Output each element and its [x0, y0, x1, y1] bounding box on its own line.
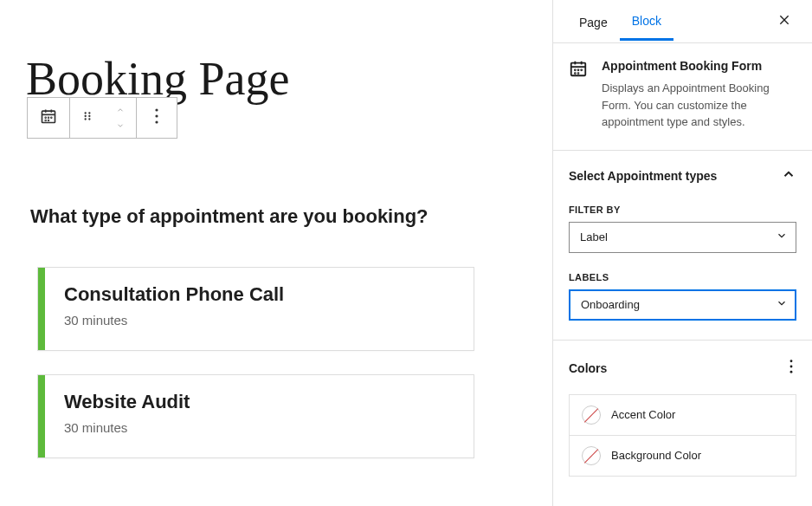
- tab-block[interactable]: Block: [620, 2, 673, 41]
- empty-swatch-icon: [582, 446, 601, 465]
- appointment-duration: 30 minutes: [64, 420, 190, 435]
- svg-point-30: [790, 365, 793, 367]
- chevron-down-icon: [113, 118, 127, 133]
- booking-block[interactable]: What type of appointment are you booking…: [30, 205, 535, 458]
- block-description: Displays an Appointment Booking Form. Yo…: [602, 80, 796, 131]
- booking-question: What type of appointment are you booking…: [30, 205, 535, 228]
- appointment-card-body: Website Audit 30 minutes: [45, 375, 209, 457]
- section-title: Select Appointment types: [569, 169, 717, 183]
- drag-icon: [81, 110, 93, 126]
- svg-point-27: [575, 73, 576, 74]
- svg-point-10: [88, 112, 90, 114]
- svg-point-25: [578, 69, 579, 70]
- filter-by-label: FILTER BY: [569, 204, 796, 215]
- filter-by-select[interactable]: Label: [569, 222, 796, 253]
- block-info-section: Appointment Booking Form Displays an App…: [553, 43, 812, 151]
- svg-point-15: [155, 108, 158, 111]
- empty-swatch-icon: [582, 405, 601, 425]
- appointment-types-section: Select Appointment types FILTER BY Label…: [553, 151, 812, 341]
- move-up-down[interactable]: [105, 98, 136, 138]
- color-label: Accent Color: [611, 408, 675, 421]
- tab-page[interactable]: Page: [567, 3, 620, 40]
- colors-header: Colors: [569, 356, 796, 380]
- sidebar-tabs: Page Block: [553, 0, 812, 43]
- section-title: Colors: [569, 361, 607, 375]
- appointment-title: Website Audit: [64, 391, 190, 413]
- calendar-icon: [40, 107, 57, 128]
- svg-point-5: [48, 117, 49, 118]
- block-toolbar: [27, 97, 177, 139]
- svg-point-26: [581, 69, 582, 70]
- colors-section: Colors Accent Color Background Color: [553, 341, 812, 496]
- editor-canvas: Booking Page What ty: [0, 0, 552, 506]
- appointment-card[interactable]: Website Audit 30 minutes: [37, 374, 474, 458]
- svg-point-16: [155, 114, 158, 117]
- accent-bar: [38, 375, 45, 457]
- color-label: Background Color: [611, 449, 701, 462]
- svg-point-6: [51, 117, 52, 118]
- svg-point-28: [578, 73, 579, 74]
- svg-point-7: [45, 120, 46, 121]
- appointment-card-body: Consultation Phone Call 30 minutes: [45, 268, 303, 350]
- colors-list: Accent Color Background Color: [569, 394, 796, 477]
- more-options-button[interactable]: [137, 98, 177, 138]
- labels-value: Onboarding: [581, 298, 640, 311]
- svg-point-31: [790, 370, 793, 373]
- block-title: Appointment Booking Form: [602, 59, 796, 73]
- background-color-row[interactable]: Background Color: [570, 435, 796, 476]
- appointment-title: Consultation Phone Call: [64, 283, 284, 306]
- labels-label: LABELS: [569, 272, 796, 282]
- labels-select[interactable]: Onboarding: [569, 289, 796, 321]
- kebab-icon: [789, 361, 793, 376]
- settings-sidebar: Page Block Appointment Booking Form Disp…: [552, 0, 812, 506]
- chevron-up-icon: [781, 166, 796, 185]
- svg-point-8: [48, 120, 49, 121]
- appointment-card[interactable]: Consultation Phone Call 30 minutes: [37, 267, 474, 351]
- accent-bar: [38, 268, 45, 350]
- accent-color-row[interactable]: Accent Color: [570, 395, 796, 435]
- svg-point-12: [88, 115, 90, 117]
- svg-point-14: [88, 118, 90, 120]
- chevron-up-icon: [113, 102, 127, 118]
- svg-point-17: [155, 120, 158, 123]
- close-icon: [777, 15, 791, 29]
- drag-handle[interactable]: [70, 98, 105, 138]
- svg-point-29: [790, 360, 793, 362]
- svg-point-13: [85, 118, 87, 120]
- svg-point-24: [575, 69, 576, 70]
- block-type-button[interactable]: [28, 98, 69, 138]
- filter-by-value: Label: [580, 230, 608, 243]
- close-sidebar-button[interactable]: [770, 6, 798, 37]
- svg-point-9: [85, 112, 87, 114]
- kebab-icon: [155, 108, 158, 127]
- calendar-icon: [569, 59, 590, 131]
- svg-point-11: [85, 115, 87, 117]
- colors-options-button[interactable]: [786, 356, 796, 380]
- appointment-duration: 30 minutes: [64, 313, 284, 328]
- svg-point-4: [45, 117, 46, 118]
- appointment-types-toggle[interactable]: Select Appointment types: [569, 166, 796, 185]
